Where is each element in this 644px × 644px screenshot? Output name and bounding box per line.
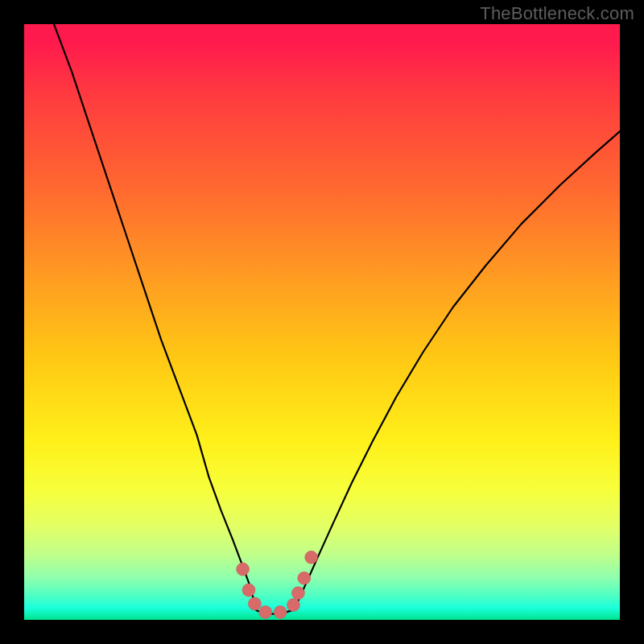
curve-marker-dot: [287, 599, 299, 612]
curve-marker-dot: [274, 605, 287, 618]
watermark-text: TheBottleneck.com: [480, 3, 634, 24]
curve-marker-dot: [291, 587, 304, 600]
curve-marker-dot: [298, 572, 311, 584]
curve-marker-dot: [259, 605, 272, 618]
curve-right-branch: [292, 131, 620, 610]
chart-plot-area: [24, 24, 620, 620]
curve-marker-dot: [305, 551, 318, 564]
curve-marker-dot: [242, 584, 255, 597]
curve-marker-dot: [237, 563, 250, 576]
chart-svg: [24, 24, 620, 620]
chart-frame: TheBottleneck.com: [0, 0, 644, 644]
curve-marker-dot: [248, 597, 261, 610]
curve-left-branch: [54, 24, 257, 610]
